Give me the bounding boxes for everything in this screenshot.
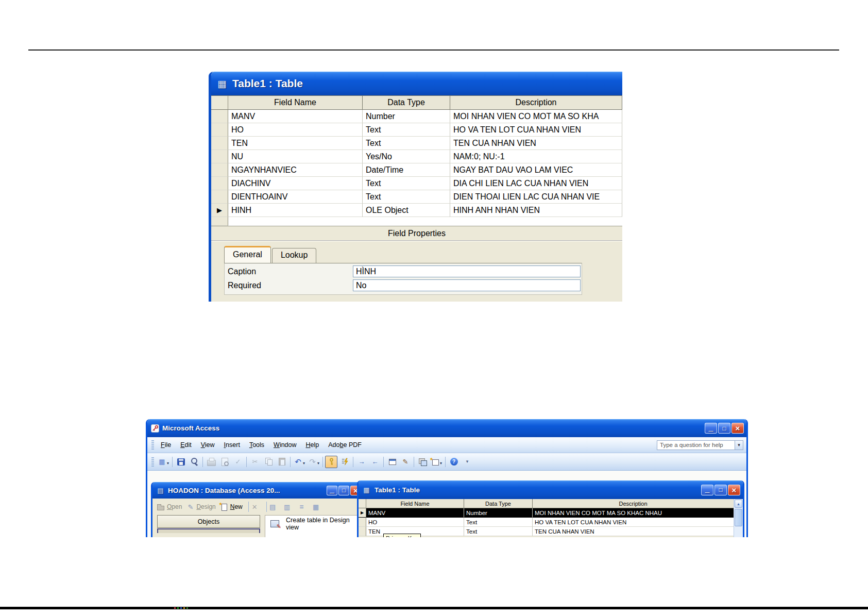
description-cell[interactable]: NGAY BAT DAU VAO LAM VIEC xyxy=(450,163,622,177)
data-type-cell[interactable]: Number xyxy=(363,110,450,123)
field-name-cell[interactable]: HO xyxy=(366,518,464,527)
field-name-cell[interactable]: HINH xyxy=(228,204,363,217)
data-type-cell[interactable]: Number xyxy=(464,508,533,518)
field-name-cell[interactable]: HO xyxy=(228,123,363,137)
maximize-button[interactable] xyxy=(714,485,727,495)
description-cell[interactable]: DIA CHI LIEN LAC CUA NHAN VIEN xyxy=(450,177,622,190)
copy-button[interactable] xyxy=(262,456,275,468)
property-value-input[interactable]: HÌNH xyxy=(353,265,581,277)
database-window-titlebar[interactable]: HOADON : Database (Access 20... xyxy=(152,482,363,499)
field-name-cell[interactable]: DIENTHOAINV xyxy=(228,190,363,204)
row-selector[interactable] xyxy=(211,110,228,123)
data-type-cell[interactable]: Text xyxy=(464,518,533,527)
delete-button[interactable]: ✕ xyxy=(250,503,261,511)
save-button[interactable] xyxy=(175,456,187,468)
data-type-cell[interactable]: Date/Time xyxy=(363,163,450,177)
minimize-button[interactable] xyxy=(701,485,713,495)
row-selector[interactable] xyxy=(211,204,228,217)
data-type-cell[interactable]: Yes/No xyxy=(363,150,450,163)
row-selector[interactable] xyxy=(211,217,228,226)
row-selector[interactable] xyxy=(211,123,228,137)
maximize-button[interactable] xyxy=(338,486,349,495)
large-icons-button[interactable]: ▤ xyxy=(268,503,279,511)
property-value-input[interactable]: No xyxy=(353,279,581,291)
minimize-button[interactable] xyxy=(327,486,337,495)
empty-grid-row[interactable] xyxy=(211,217,622,226)
row-selector[interactable] xyxy=(211,137,228,150)
description-cell[interactable]: TEN CUA NHAN VIEN xyxy=(533,527,734,536)
list-button[interactable]: ≡ xyxy=(297,503,308,511)
menu-adobe-pdf[interactable]: Adobe PDF xyxy=(324,439,366,451)
tables-object-button[interactable] xyxy=(157,528,260,533)
row-selector[interactable] xyxy=(359,527,366,536)
help-button[interactable] xyxy=(448,456,460,468)
row-selector[interactable] xyxy=(211,163,228,177)
table-window-titlebar[interactable]: Table1 : Table xyxy=(359,480,743,499)
description-cell[interactable]: TEN CUA NHAN VIEN xyxy=(450,137,622,150)
small-icons-button[interactable]: ▥ xyxy=(283,503,293,511)
description-cell[interactable]: HINH ANH NHAN VIEN xyxy=(450,204,622,217)
delete-rows-button[interactable]: ← xyxy=(369,456,381,468)
print-button[interactable] xyxy=(205,456,217,468)
new-button[interactable]: New xyxy=(220,503,243,511)
menu-view[interactable]: View xyxy=(196,439,219,451)
create-table-in-design-view-item[interactable]: Create table in Design view xyxy=(269,518,363,530)
row-selector[interactable] xyxy=(359,508,366,518)
description-cell[interactable]: DIEN THOAI LIEN LAC CUA NHAN VIE xyxy=(450,190,622,204)
help-dropdown-arrow-icon[interactable] xyxy=(735,440,743,450)
insert-rows-button[interactable]: → xyxy=(355,456,368,468)
minimize-button[interactable] xyxy=(705,423,717,434)
data-type-cell[interactable]: Text xyxy=(363,137,450,150)
row-selector[interactable] xyxy=(211,190,228,204)
design-window-titlebar[interactable]: Table1 : Table xyxy=(211,72,622,95)
file-search-button[interactable] xyxy=(188,456,200,468)
menubar-drag-handle[interactable] xyxy=(151,440,154,450)
field-name-cell[interactable]: DIACHINV xyxy=(228,177,363,190)
tab-general[interactable]: General xyxy=(224,246,271,263)
tab-lookup[interactable]: Lookup xyxy=(272,248,317,263)
close-button[interactable] xyxy=(728,485,740,495)
menu-help[interactable]: Help xyxy=(301,439,324,451)
new-object-button[interactable] xyxy=(430,456,443,468)
field-name-cell[interactable]: TEN xyxy=(228,137,363,150)
menu-edit[interactable]: Edit xyxy=(176,439,196,451)
question-help-input[interactable]: Type a question for help xyxy=(657,440,735,450)
objects-header-button[interactable]: Objects xyxy=(157,515,260,528)
spelling-button[interactable]: ✓ xyxy=(232,456,244,468)
paste-button[interactable] xyxy=(276,456,288,468)
field-name-cell[interactable]: MANV xyxy=(228,110,363,123)
data-type-cell[interactable]: Text xyxy=(363,123,450,137)
vertical-scrollbar[interactable] xyxy=(734,499,743,537)
data-type-cell[interactable]: Text xyxy=(464,527,533,536)
view-design-button[interactable]: ▦ xyxy=(157,456,170,468)
print-preview-button[interactable] xyxy=(218,456,231,468)
data-type-cell[interactable]: Text xyxy=(363,190,450,204)
menu-window[interactable]: Window xyxy=(269,439,301,451)
details-button[interactable]: ▦ xyxy=(312,503,322,511)
redo-button[interactable]: ↷ xyxy=(307,456,320,468)
maximize-button[interactable] xyxy=(718,423,730,434)
properties-button[interactable] xyxy=(386,456,398,468)
scroll-up-button[interactable] xyxy=(735,500,742,508)
cut-button[interactable]: ✂ xyxy=(249,456,261,468)
close-button[interactable] xyxy=(731,423,744,434)
row-selector[interactable] xyxy=(359,518,366,527)
row-selector[interactable] xyxy=(211,150,228,163)
menu-tools[interactable]: Tools xyxy=(245,439,269,451)
description-cell[interactable]: MOI NHAN VIEN CO MOT MA SO KHA xyxy=(450,110,622,123)
design-button[interactable]: ✎Design xyxy=(186,503,215,511)
field-name-cell[interactable]: NU xyxy=(228,150,363,163)
menu-insert[interactable]: Insert xyxy=(219,439,245,451)
description-cell[interactable]: HO VA TEN LOT CUA NHAN VIEN xyxy=(533,518,734,527)
undo-button[interactable]: ↶ xyxy=(293,456,306,468)
menu-file[interactable]: File xyxy=(156,439,176,451)
application-titlebar[interactable]: Microsoft Access xyxy=(147,419,746,437)
scrollbar-thumb[interactable] xyxy=(735,509,742,526)
toolbar-options-button[interactable]: ▾ xyxy=(461,456,473,468)
toolbar-drag-handle[interactable] xyxy=(151,457,154,467)
data-type-cell[interactable]: Text xyxy=(363,177,450,190)
field-name-cell[interactable]: NGAYNHANVIEC xyxy=(228,163,363,177)
description-cell[interactable]: MOI NHAN VIEN CO MOT MA SO KHAC NHAU xyxy=(533,508,734,518)
field-name-cell[interactable]: MANV xyxy=(366,508,464,518)
indexes-button[interactable] xyxy=(338,456,351,468)
